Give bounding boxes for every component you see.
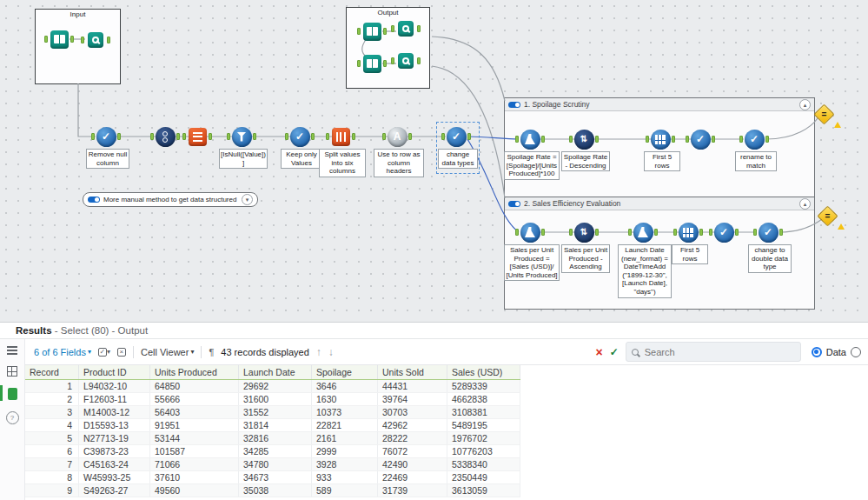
- whitespace-icon[interactable]: ¶: [209, 347, 214, 357]
- cell: S49263-27: [79, 484, 150, 497]
- tool-spoilage-sort[interactable]: ⇅: [573, 128, 595, 150]
- table-row[interactable]: 7C45163-2471066347803928424905338340: [25, 458, 520, 471]
- tool-rename-to-match[interactable]: ✓: [743, 128, 765, 150]
- column-header-units-sold[interactable]: Units Sold: [378, 365, 447, 380]
- cell: 35038: [239, 484, 312, 497]
- table-row[interactable]: 3M14003-12564033155210373307033108381: [25, 406, 520, 419]
- cell: 3646: [312, 380, 378, 393]
- tool-annotation: First 5 rows: [672, 244, 708, 264]
- grid-view-icon[interactable]: [0, 364, 24, 378]
- cell: L94032-10: [79, 380, 150, 393]
- tool-spoilage-rate-formula[interactable]: [519, 128, 541, 150]
- tool-launch-date-formula[interactable]: [632, 221, 654, 243]
- tool-annotation: Keep only Values: [281, 149, 322, 169]
- results-header: Results - Select (80) - Output: [0, 323, 868, 339]
- table-row[interactable]: 5N27713-1953144328162161282221976702: [25, 432, 520, 445]
- tool-warning-output-1[interactable]: =: [812, 103, 835, 125]
- tool-use-row-as-headers[interactable]: A: [386, 125, 408, 148]
- table-row[interactable]: 6C39873-231015873428529997607210776203: [25, 445, 520, 458]
- deselect-all-icon[interactable]: ×: [117, 348, 126, 357]
- cell: C45163-24: [79, 458, 150, 471]
- cell: 5338340: [447, 458, 520, 471]
- tool-annotation: Split values into six columns: [319, 149, 366, 177]
- tool-output-data-1[interactable]: [361, 20, 383, 43]
- tool-keep-only-values[interactable]: ✓: [288, 125, 311, 148]
- tool-input-data-1[interactable]: [48, 28, 70, 50]
- cell-viewer-dropdown[interactable]: Cell Viewer▾: [141, 347, 194, 357]
- column-header-launch-date[interactable]: Launch Date: [239, 365, 312, 380]
- cell: W45993-25: [79, 471, 150, 484]
- clear-icon[interactable]: ×: [596, 345, 603, 359]
- cell: 1: [25, 380, 79, 393]
- table-row[interactable]: 4D15593-13919513181422821429625489195: [25, 419, 520, 432]
- data-radio[interactable]: [812, 347, 822, 357]
- tool-annotation: [IsNull([Value])]: [219, 149, 268, 169]
- apply-icon[interactable]: ✓: [610, 346, 619, 358]
- cell: 39764: [378, 393, 447, 406]
- cell: 101587: [150, 445, 239, 458]
- table-row[interactable]: 8W45993-253761034673933224692350449: [25, 471, 520, 484]
- cell: 3613059: [447, 484, 520, 497]
- data-radio-label: Data: [826, 347, 846, 357]
- tool-spoilage-sample[interactable]: [649, 128, 672, 150]
- tool-sales-select[interactable]: ✓: [712, 221, 735, 243]
- tool-change-data-types[interactable]: ✓: [445, 125, 467, 148]
- column-header-spoilage[interactable]: Spoilage: [312, 365, 378, 380]
- cell: 9: [25, 484, 79, 497]
- tool-annotation: Sales per Unit Produced = [Sales (USD)]/…: [504, 244, 560, 281]
- messages-icon[interactable]: [0, 344, 24, 357]
- tool-browse-input[interactable]: [84, 29, 107, 51]
- tool-remove-null-column[interactable]: ✓: [95, 125, 117, 148]
- cell: F12603-11: [79, 393, 150, 406]
- tool-annotation: Use to row as column headers: [374, 149, 424, 177]
- cell: 4: [25, 419, 79, 432]
- cell: 3: [25, 406, 79, 419]
- cell: 29692: [239, 380, 312, 393]
- tool-arrange-tool[interactable]: [186, 125, 209, 148]
- cell: 5: [25, 432, 79, 445]
- search-input[interactable]: [643, 346, 795, 358]
- tool-annotation: change data types: [438, 149, 478, 169]
- tool-browse-output-1[interactable]: [394, 17, 417, 40]
- column-header-sales-usd-[interactable]: Sales (USD): [447, 365, 520, 380]
- table-row[interactable]: 9S49263-274956035038589317393613059: [25, 484, 520, 497]
- help-icon[interactable]: ?: [0, 410, 24, 426]
- column-header-record[interactable]: Record: [25, 365, 79, 380]
- column-header-product-id[interactable]: Product ID: [79, 365, 150, 380]
- cell: 2999: [312, 445, 378, 458]
- divider: [133, 346, 134, 358]
- select-all-checkbox-icon[interactable]: ✓▾: [98, 348, 110, 357]
- down-arrow-icon[interactable]: ↓: [328, 346, 334, 358]
- tool-unique-tool[interactable]: [154, 125, 176, 148]
- column-header-units-produced[interactable]: Units Produced: [150, 365, 239, 380]
- up-arrow-icon[interactable]: ↑: [316, 346, 321, 358]
- fields-dropdown[interactable]: 6 of 6 Fields▾: [34, 347, 91, 357]
- results-subtitle: - Select (80) - Output: [52, 325, 149, 336]
- cell: 7: [25, 458, 79, 471]
- tool-sales-sort[interactable]: ⇅: [573, 221, 595, 243]
- cell: M14003-12: [79, 406, 150, 419]
- tool-split-to-columns[interactable]: [329, 125, 352, 148]
- table-row[interactable]: 2F12603-1155666316001630397644662838: [25, 393, 520, 406]
- tool-filter-isnull[interactable]: [230, 125, 253, 148]
- workflow-canvas[interactable]: Input Output 1. Spoilage Scrutiny ▴ 2. S…: [0, 0, 868, 322]
- tool-sales-sample[interactable]: [677, 221, 699, 243]
- tool-output-data-2[interactable]: [361, 52, 383, 75]
- tool-warning-output-2[interactable]: =: [816, 204, 838, 227]
- tool-spoilage-select[interactable]: ✓: [689, 128, 712, 150]
- metadata-radio[interactable]: [851, 347, 861, 357]
- tool-change-to-double[interactable]: ✓: [757, 221, 779, 243]
- results-sidebar: ?: [0, 339, 25, 500]
- tool-sales-per-unit-formula[interactable]: [519, 221, 541, 243]
- cell: 2350449: [447, 471, 520, 484]
- cell: 49560: [150, 484, 239, 497]
- data-preview-icon[interactable]: [0, 386, 24, 402]
- search-box[interactable]: [626, 342, 801, 362]
- table-row[interactable]: 1L94032-1064850296923646444315289339: [25, 380, 520, 393]
- results-table: RecordProduct IDUnits ProducedLaunch Dat…: [25, 365, 520, 497]
- tool-annotation: Spoilage Rate = [Spoilage]/[Units Produc…: [504, 151, 560, 180]
- cell: 3928: [312, 458, 378, 471]
- results-table-area: RecordProduct IDUnits ProducedLaunch Dat…: [25, 364, 868, 500]
- tool-browse-output-2[interactable]: [394, 50, 417, 72]
- cell: 64850: [150, 380, 239, 393]
